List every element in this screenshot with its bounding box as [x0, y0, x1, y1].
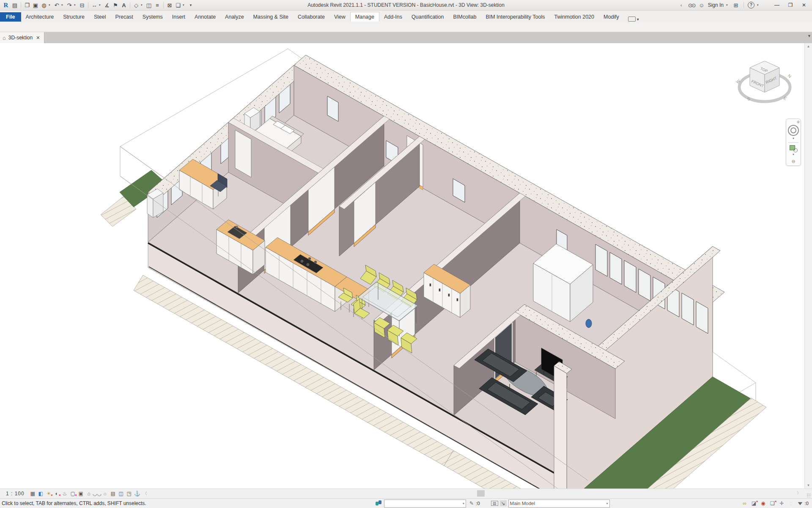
view-tab-3d-sektion[interactable]: ⌂ 3D-sektion ✕: [0, 32, 44, 43]
shadows-off-icon[interactable]: ◐×: [53, 490, 61, 497]
section-icon[interactable]: ◫: [145, 1, 153, 9]
restore-icon[interactable]: ❐: [785, 2, 796, 8]
redo-dropdown-icon[interactable]: ▾: [74, 3, 77, 7]
help-dropdown-icon[interactable]: ▾: [757, 3, 760, 7]
tab-architecture[interactable]: Architecture: [21, 12, 59, 22]
detail-level-icon[interactable]: ▦: [29, 490, 37, 497]
filter-icon[interactable]: ▼: [795, 500, 806, 506]
text-icon[interactable]: A: [120, 1, 128, 9]
help-icon[interactable]: ?: [748, 2, 754, 8]
user-icon[interactable]: ☺: [698, 1, 705, 9]
aligned-dimension-icon[interactable]: ∡: [103, 1, 111, 9]
drag-on-selection-icon[interactable]: ✛: [778, 500, 785, 506]
undo-dropdown-icon[interactable]: ▾: [61, 3, 65, 7]
tab-twinmotion[interactable]: Twinmotion 2020: [550, 12, 599, 22]
tab-steel[interactable]: Steel: [89, 12, 111, 22]
vertical-scrollbar[interactable]: ▲ ▼: [804, 43, 812, 489]
zoom-dropdown-icon[interactable]: ▾: [793, 153, 794, 156]
collapse-control-bar-icon[interactable]: 〈: [143, 491, 147, 497]
open-icon[interactable]: ❐: [23, 1, 31, 9]
navigation-bar[interactable]: ⊗ ▾ ▾ ⊖: [786, 119, 801, 166]
tab-view[interactable]: View: [329, 12, 350, 22]
scroll-up-icon[interactable]: ▲: [807, 43, 810, 50]
drawing-area[interactable]: W S E N TOP FRONT RIGHT ⊗ ▾ ▾ ⊖: [0, 43, 812, 489]
tab-bim-interoperability[interactable]: BIM Interoperability Tools: [481, 12, 549, 22]
collapse-arrow-icon[interactable]: ‹: [678, 1, 685, 9]
thin-lines-icon[interactable]: ≡: [154, 1, 161, 9]
scroll-down-icon[interactable]: ▼: [807, 482, 810, 489]
unlocked-3d-view-icon[interactable]: ⌂: [85, 490, 93, 497]
tab-bimcollab[interactable]: BIMcollab: [449, 12, 481, 22]
measure-icon[interactable]: ↔: [91, 1, 98, 9]
save-icon[interactable]: ▣: [32, 1, 39, 9]
tab-collaborate[interactable]: Collaborate: [293, 12, 329, 22]
worksets-icon[interactable]: [376, 500, 382, 507]
close-view-tab-icon[interactable]: ✕: [35, 35, 41, 41]
revit-logo[interactable]: R: [2, 1, 10, 9]
search-icon[interactable]: ⊙⊙: [688, 1, 695, 9]
show-crop-region-icon[interactable]: ▣: [77, 490, 85, 497]
highlight-displacement-sets-icon[interactable]: ◳: [125, 490, 133, 497]
sync-dropdown-icon[interactable]: ▾: [49, 3, 52, 7]
reveal-constraints-icon[interactable]: ⚓: [133, 490, 141, 497]
tab-quantification[interactable]: Quantification: [407, 12, 448, 22]
scale-button[interactable]: 1 : 100: [0, 491, 29, 497]
visual-style-icon[interactable]: ◧: [37, 490, 45, 497]
print-icon[interactable]: ⊟: [78, 1, 86, 9]
reveal-hidden-elements-icon[interactable]: ☼: [101, 490, 109, 497]
sign-in-dropdown-icon[interactable]: ▾: [726, 3, 730, 7]
scroll-right-icon[interactable]: 〉: [797, 490, 801, 496]
3d-view-dropdown-icon[interactable]: ▾: [141, 3, 144, 7]
sun-path-off-icon[interactable]: ☀×: [45, 490, 53, 497]
viewcube[interactable]: W S E N TOP FRONT RIGHT: [735, 61, 792, 102]
3d-section-view[interactable]: W S E N TOP FRONT RIGHT: [0, 43, 812, 489]
navbar-close-icon[interactable]: ⊗: [796, 120, 800, 124]
view-tab-list-icon[interactable]: ▼: [807, 34, 811, 38]
redo-icon[interactable]: ↷: [66, 1, 73, 9]
close-icon[interactable]: ✕: [798, 2, 809, 8]
undo-icon[interactable]: ↶: [53, 1, 60, 9]
measure-dropdown-icon[interactable]: ▾: [99, 3, 102, 7]
tab-modify[interactable]: Modify: [599, 12, 624, 22]
minimize-icon[interactable]: —: [771, 2, 782, 8]
zoom-icon[interactable]: [789, 145, 798, 152]
tab-systems[interactable]: Systems: [138, 12, 167, 22]
tab-add-ins[interactable]: Add-Ins: [379, 12, 407, 22]
tab-file[interactable]: File: [0, 12, 21, 22]
select-links-icon[interactable]: ∞: [741, 500, 748, 506]
editing-requests-icon[interactable]: ✎: [468, 500, 475, 506]
tab-annotate[interactable]: Annotate: [190, 12, 220, 22]
select-by-face-icon[interactable]: ❏×: [768, 500, 776, 506]
sync-icon[interactable]: ◍: [40, 1, 48, 9]
select-underlay-icon[interactable]: ◪×: [750, 500, 757, 506]
select-pinned-icon[interactable]: ◉: [759, 500, 767, 506]
close-hidden-windows-icon[interactable]: ⊠: [166, 1, 173, 9]
temporary-view-properties-icon[interactable]: ▤: [109, 490, 117, 497]
tab-analyze[interactable]: Analyze: [220, 12, 248, 22]
worksets-dialog-icon[interactable]: ▤: [491, 501, 498, 506]
steering-wheel-icon[interactable]: [788, 125, 799, 136]
default-3d-view-icon[interactable]: ◇: [132, 1, 140, 9]
switch-windows-icon[interactable]: ❏: [174, 1, 182, 9]
show-analytical-model-icon[interactable]: ◫: [117, 490, 125, 497]
active-workset-dropdown[interactable]: ▾: [384, 500, 466, 508]
tab-massing-site[interactable]: Massing & Site: [249, 12, 293, 22]
design-options-dropdown[interactable]: Main Model▾: [508, 500, 610, 508]
steering-wheel-dropdown-icon[interactable]: ▾: [793, 137, 794, 140]
resize-grip[interactable]: [807, 493, 811, 497]
tag-icon[interactable]: ⚑: [112, 1, 119, 9]
tab-structure[interactable]: Structure: [58, 12, 89, 22]
design-options-icon[interactable]: ↘: [500, 500, 507, 506]
crop-view-off-icon[interactable]: ▢×: [69, 490, 77, 497]
cart-icon[interactable]: ⊞: [732, 1, 740, 9]
tab-insert[interactable]: Insert: [167, 12, 190, 22]
tab-precast[interactable]: Precast: [110, 12, 137, 22]
switch-windows-dropdown-icon[interactable]: ▾: [183, 3, 186, 7]
customize-qat-icon[interactable]: ▾: [187, 1, 195, 9]
navbar-options-icon[interactable]: ⊖: [791, 159, 795, 164]
sign-in-label[interactable]: Sign In: [708, 2, 724, 8]
ribbon-display-toggle[interactable]: ▾: [628, 17, 639, 22]
properties-icon[interactable]: ▤: [11, 1, 19, 9]
render-dialog-icon[interactable]: ♨: [61, 490, 69, 497]
temporary-hide-isolate-icon[interactable]: ◡◡: [93, 490, 101, 497]
